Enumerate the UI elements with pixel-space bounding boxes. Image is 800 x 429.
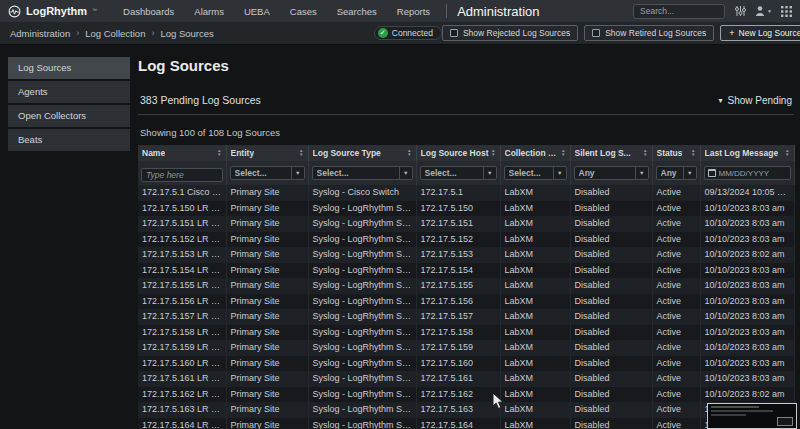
show-pending-toggle[interactable]: ▾ Show Pending — [718, 95, 792, 106]
table-row[interactable]: 172.17.5.159 LR Sysl... Primary Site Sys… — [138, 340, 794, 356]
cell-name: 172.17.5.157 LR Sysl... — [138, 309, 226, 325]
col-header-log-source-type[interactable]: Log Source Type▲▼ — [308, 145, 416, 161]
page-title: Log Sources — [138, 57, 794, 74]
caret-down-icon: ▼ — [553, 167, 565, 179]
breadcrumb-administration[interactable]: Administration — [10, 28, 70, 39]
date-filter-input[interactable] — [719, 169, 787, 178]
cell-silent-log-source: Disabled — [570, 294, 652, 310]
sidebar-item-open-collectors[interactable]: Open Collectors — [8, 105, 130, 127]
checkbox-icon[interactable] — [450, 29, 458, 37]
log-source-type-filter-select[interactable]: Select...▼ — [312, 166, 413, 180]
new-log-source-button[interactable]: + New Log Source — [720, 25, 800, 41]
sort-icon: ▲▼ — [643, 149, 647, 158]
screen-preview-window — [707, 403, 797, 429]
cell-collection-agent: LabXM — [500, 309, 570, 325]
status-filter-select[interactable]: Any▼ — [656, 166, 697, 180]
cell-last-log-message: 10/10/2023 8:03 am — [700, 294, 794, 310]
table-row[interactable]: 172.17.5.156 LR Sysl... Primary Site Sys… — [138, 294, 794, 310]
top-nav: LogRhythm ™ Dashboards Alarms UEBA Cases… — [0, 0, 800, 22]
entity-filter-select[interactable]: Select...▼ — [230, 166, 305, 180]
breadcrumb-log-sources[interactable]: Log Sources — [160, 28, 213, 39]
table-row[interactable]: 172.17.5.152 LR Sysl... Primary Site Sys… — [138, 232, 794, 248]
table-row[interactable]: 172.17.5.160 LR Sysl... Primary Site Sys… — [138, 356, 794, 372]
cell-collection-agent: LabXM — [500, 371, 570, 387]
cell-log-source-type: Syslog - LogRhythm Syslog Ge... — [308, 340, 416, 356]
sort-icon: ▲▼ — [217, 149, 221, 158]
sidebar-item-agents[interactable]: Agents — [8, 81, 130, 103]
col-header-collection-agent[interactable]: Collection Agent▲▼ — [500, 145, 570, 161]
col-header-log-source-host[interactable]: Log Source Host▲▼ — [416, 145, 500, 161]
show-rejected-checkbox-button[interactable]: Show Rejected Log Sources — [442, 25, 578, 41]
cell-collection-agent: LabXM — [500, 247, 570, 263]
table-row[interactable]: 172.17.5.163 LR Sysl... Primary Site Sys… — [138, 402, 794, 418]
show-retired-checkbox-button[interactable]: Show Retired Log Sources — [584, 25, 714, 41]
caret-down-icon: ▼ — [683, 167, 695, 179]
col-header-name[interactable]: Name▲▼ — [138, 145, 226, 161]
cell-log-source-host: 172.17.5.160 — [416, 356, 500, 372]
checkbox-icon[interactable] — [592, 29, 600, 37]
table-row[interactable]: 172.17.5.157 LR Sysl... Primary Site Sys… — [138, 309, 794, 325]
cell-collection-agent: LabXM — [500, 216, 570, 232]
sidebar-item-beats[interactable]: Beats — [8, 129, 130, 151]
nav-item-reports[interactable]: Reports — [387, 6, 440, 17]
table-row[interactable]: 172.17.5.153 LR Sysl... Primary Site Sys… — [138, 247, 794, 263]
sort-icon: ▲▼ — [561, 149, 565, 158]
user-menu-icon[interactable]: ▼ — [755, 5, 772, 17]
name-filter-input[interactable] — [141, 168, 223, 182]
log-source-host-filter-select[interactable]: Select...▼ — [420, 166, 497, 180]
nav-item-cases[interactable]: Cases — [280, 6, 327, 17]
cell-collection-agent: LabXM — [500, 340, 570, 356]
cell-name: 172.17.5.151 LR Sysl... — [138, 216, 226, 232]
sort-icon: ▲▼ — [691, 149, 695, 158]
table-row[interactable]: 172.17.5.158 LR Sysl... Primary Site Sys… — [138, 325, 794, 341]
sliders-icon[interactable] — [735, 5, 746, 17]
cell-log-source-host: 172.17.5.153 — [416, 247, 500, 263]
cell-collection-agent: LabXM — [500, 356, 570, 372]
connected-label: Connected — [392, 28, 433, 38]
cell-entity: Primary Site — [226, 356, 308, 372]
cell-name: 172.17.5.158 LR Sysl... — [138, 325, 226, 341]
table-row[interactable]: 172.17.5.155 LR Sysl... Primary Site Sys… — [138, 278, 794, 294]
cell-log-source-host: 172.17.5.157 — [416, 309, 500, 325]
caret-down-icon: ▼ — [399, 167, 411, 179]
cell-status: Active — [652, 356, 700, 372]
table-row[interactable]: 172.17.5.154 LR Sysl... Primary Site Sys… — [138, 263, 794, 279]
cell-entity: Primary Site — [226, 201, 308, 217]
table-row[interactable]: 172.17.5.151 LR Sysl... Primary Site Sys… — [138, 216, 794, 232]
table-row[interactable]: 172.17.5.150 LR Sysl... Primary Site Sys… — [138, 201, 794, 217]
nav-item-dashboards[interactable]: Dashboards — [113, 6, 184, 17]
nav-divider — [446, 4, 447, 18]
table-row[interactable]: 172.17.5.164 LR Sysl... Primary Site Sys… — [138, 418, 794, 429]
breadcrumb-log-collection[interactable]: Log Collection — [85, 28, 145, 39]
col-header-silent-log-source[interactable]: Silent Log S...▲▼ — [570, 145, 652, 161]
cell-collection-agent: LabXM — [500, 325, 570, 341]
cell-last-log-message: 10/10/2023 8:03 am — [700, 232, 794, 248]
table-row[interactable]: 172.17.5.1 Cisco Swit... Primary Site Sy… — [138, 185, 794, 201]
search-input[interactable] — [633, 4, 725, 19]
cell-last-log-message: 10/10/2023 8:03 am — [700, 309, 794, 325]
show-pending-label: Show Pending — [728, 95, 793, 106]
col-header-last-log-message[interactable]: Last Log Message▲▼ — [700, 145, 794, 161]
caret-down-icon: ▼ — [291, 167, 303, 179]
logrhythm-logo-icon — [8, 5, 21, 18]
nav-item-alarms[interactable]: Alarms — [184, 6, 234, 17]
collection-agent-filter-select[interactable]: Select...▼ — [504, 166, 567, 180]
table-row[interactable]: 172.17.5.161 LR Sysl... Primary Site Sys… — [138, 371, 794, 387]
cell-silent-log-source: Disabled — [570, 387, 652, 403]
col-header-status[interactable]: Status▲▼ — [652, 145, 700, 161]
col-header-entity[interactable]: Entity▲▼ — [226, 145, 308, 161]
cell-log-source-host: 172.17.5.159 — [416, 340, 500, 356]
nav-item-ueba[interactable]: UEBA — [234, 6, 280, 17]
silent-log-filter-select[interactable]: Any▼ — [574, 166, 649, 180]
cell-collection-agent: LabXM — [500, 278, 570, 294]
nav-item-searches[interactable]: Searches — [327, 6, 387, 17]
table-row[interactable]: 172.17.5.162 LR Sysl... Primary Site Sys… — [138, 387, 794, 403]
logrhythm-logo[interactable]: LogRhythm ™ — [8, 5, 97, 18]
sidebar-item-log-sources[interactable]: Log Sources — [8, 57, 130, 79]
cell-status: Active — [652, 309, 700, 325]
date-filter[interactable] — [704, 166, 791, 180]
cell-log-source-type: Syslog - LogRhythm Syslog Ge... — [308, 325, 416, 341]
app-grid-icon[interactable] — [781, 6, 792, 17]
sidebar: Log Sources Agents Open Collectors Beats — [8, 57, 130, 429]
cell-last-log-message: 10/10/2023 8:03 am — [700, 325, 794, 341]
